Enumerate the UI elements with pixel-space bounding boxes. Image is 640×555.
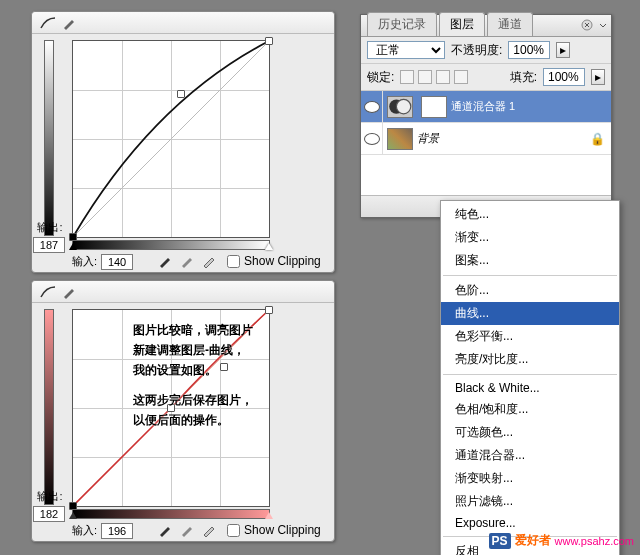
lock-icon: 🔒 [590,132,605,146]
layer-item-adjustment[interactable]: 通道混合器 1 [361,91,611,123]
lock-position-icon[interactable] [436,70,450,84]
curve-tool-icon[interactable] [40,285,54,299]
output-value[interactable]: 182 [33,506,65,522]
menu-selective-color[interactable]: 可选颜色... [441,421,619,444]
curves-panel-1: 输出: 187 输入: 140 Show Clipping [31,11,335,273]
layer-list: 通道混合器 1 背景 🔒 [361,91,611,195]
fill-flyout-icon[interactable]: ▸ [591,69,605,85]
lock-pixels-icon[interactable] [418,70,432,84]
input-label: 输入: [72,523,97,538]
curves-toolbar [32,12,334,34]
fill-label: 填充: [510,69,537,86]
menu-levels[interactable]: 色阶... [441,279,619,302]
layer-name: 通道混合器 1 [451,99,515,114]
menu-channel-mixer[interactable]: 通道混合器... [441,444,619,467]
input-gradient[interactable] [72,509,270,519]
watermark-logo: PS [489,533,511,549]
output-label: 输出: [33,489,67,504]
fill-value[interactable]: 100% [543,68,585,86]
curve-endpoint-high[interactable] [265,306,273,314]
menu-gradient-map[interactable]: 渐变映射... [441,467,619,490]
eyedropper-black-icon[interactable] [157,253,173,269]
tab-channels[interactable]: 通道 [487,12,533,36]
svg-line-0 [73,41,269,237]
lock-all-icon[interactable] [454,70,468,84]
curves-toolbar [32,281,334,303]
lock-label: 锁定: [367,69,394,86]
menu-solid-color[interactable]: 纯色... [441,203,619,226]
show-clipping-checkbox[interactable]: Show Clipping [227,254,321,268]
show-clipping-checkbox[interactable]: Show Clipping [227,523,321,537]
visibility-toggle-icon[interactable] [361,123,383,154]
input-label: 输入: [72,254,97,269]
pencil-tool-icon[interactable] [62,16,76,30]
watermark: PS 爱好者 www.psahz.com [489,532,635,549]
input-gradient[interactable] [72,240,270,250]
tab-history[interactable]: 历史记录 [367,12,437,36]
output-value[interactable]: 187 [33,237,65,253]
eyedropper-gray-icon[interactable] [179,522,195,538]
panel-tabs: 历史记录 图层 通道 [361,15,611,37]
menu-pattern[interactable]: 图案... [441,249,619,272]
adjustment-layer-menu: 纯色... 渐变... 图案... 色阶... 曲线... 色彩平衡... 亮度… [440,200,620,555]
menu-brightness-contrast[interactable]: 亮度/对比度... [441,348,619,371]
layer-name: 背景 [417,131,439,146]
annotation-text: 图片比较暗，调亮图片 新建调整图层-曲线， 我的设置如图。 这两步完后保存图片，… [133,320,348,440]
output-label: 输出: [33,220,67,235]
adjustment-thumb-icon [387,96,413,118]
lock-transparent-icon[interactable] [400,70,414,84]
blend-mode-select[interactable]: 正常 [367,41,445,59]
eyedropper-white-icon[interactable] [201,522,217,538]
curve-endpoint-high[interactable] [265,37,273,45]
menu-gradient[interactable]: 渐变... [441,226,619,249]
eyedropper-gray-icon[interactable] [179,253,195,269]
pencil-tool-icon[interactable] [62,285,76,299]
eyedropper-white-icon[interactable] [201,253,217,269]
input-value[interactable]: 196 [101,523,133,539]
visibility-toggle-icon[interactable] [361,91,383,122]
output-gradient [44,40,54,236]
layers-panel: 历史记录 图层 通道 正常 不透明度: 100% ▸ 锁定: 填充: 100% … [360,14,612,218]
menu-color-balance[interactable]: 色彩平衡... [441,325,619,348]
menu-curves[interactable]: 曲线... [441,302,619,325]
curve-graph[interactable] [72,40,270,238]
opacity-flyout-icon[interactable]: ▸ [556,42,570,58]
eyedropper-black-icon[interactable] [157,522,173,538]
layer-thumb-icon [387,128,413,150]
panel-close-icon[interactable] [581,19,593,31]
tab-layers[interactable]: 图层 [439,12,485,36]
menu-photo-filter[interactable]: 照片滤镜... [441,490,619,513]
menu-exposure[interactable]: Exposure... [441,513,619,533]
opacity-value[interactable]: 100% [508,41,550,59]
menu-hue-saturation[interactable]: 色相/饱和度... [441,398,619,421]
mask-thumb-icon [421,96,447,118]
layer-item-background[interactable]: 背景 🔒 [361,123,611,155]
curve-tool-icon[interactable] [40,16,54,30]
output-gradient [44,309,54,505]
panel-menu-icon[interactable] [598,19,608,31]
curve-point[interactable] [177,90,185,98]
svg-point-4 [396,99,410,113]
input-value[interactable]: 140 [101,254,133,270]
menu-black-white[interactable]: Black & White... [441,378,619,398]
opacity-label: 不透明度: [451,42,502,59]
